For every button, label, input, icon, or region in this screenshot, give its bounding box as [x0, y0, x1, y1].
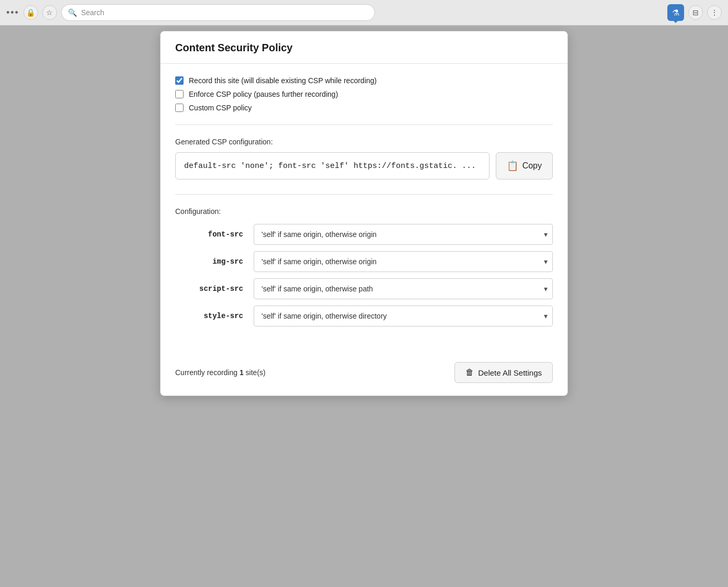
enforce-csp-checkbox-item[interactable]: Enforce CSP policy (pauses further recor… — [175, 90, 553, 98]
copy-button[interactable]: 📋 Copy — [496, 152, 553, 179]
style-src-select[interactable]: 'self' if same origin, otherwise directo… — [254, 306, 553, 326]
more-options-icon[interactable]: ⋮ — [707, 5, 722, 20]
record-site-label: Record this site (will disable existing … — [189, 76, 377, 85]
config-key-font-src: font-src — [175, 230, 243, 239]
enforce-csp-label: Enforce CSP policy (pauses further recor… — [189, 90, 338, 98]
enforce-csp-checkbox[interactable] — [175, 90, 184, 98]
img-src-select[interactable]: 'self' if same origin, otherwise origin … — [254, 251, 553, 272]
footer-status-count: 1 — [240, 368, 244, 377]
split-view-icon[interactable]: ⊟ — [688, 5, 703, 20]
footer-status-suffix: site(s) — [244, 368, 266, 377]
config-row-img-src: img-src 'self' if same origin, otherwise… — [175, 251, 553, 272]
custom-csp-checkbox-item[interactable]: Custom CSP policy — [175, 104, 553, 112]
divider-1 — [175, 125, 553, 125]
img-src-select-wrapper: 'self' if same origin, otherwise origin … — [254, 251, 553, 272]
bookmark-icon[interactable]: ☆ — [42, 5, 57, 20]
dots-label: ••• — [6, 7, 19, 18]
delete-button-label: Delete All Settings — [478, 368, 542, 377]
browser-chrome: ••• 🔒 ☆ 🔍 Search ⚗ ⊟ ⋮ — [0, 0, 728, 26]
record-site-checkbox[interactable] — [175, 76, 184, 85]
config-row-script-src: script-src 'self' if same origin, otherw… — [175, 278, 553, 299]
footer-status-prefix: Currently recording — [175, 368, 240, 377]
config-key-style-src: style-src — [175, 312, 243, 320]
config-key-img-src: img-src — [175, 257, 243, 266]
popup-title: Content Security Policy — [175, 42, 553, 54]
lock-icon[interactable]: 🔒 — [24, 5, 38, 20]
popup-header: Content Security Policy — [161, 31, 567, 64]
custom-csp-label: Custom CSP policy — [189, 104, 252, 112]
popup-footer: Currently recording 1 site(s) 🗑 Delete A… — [161, 354, 567, 396]
config-row-style-src: style-src 'self' if same origin, otherwi… — [175, 306, 553, 326]
generated-csp-label: Generated CSP configuration: — [175, 138, 553, 146]
csp-popup: Content Security Policy Record this site… — [160, 31, 568, 396]
browser-actions: ⚗ ⊟ ⋮ — [667, 4, 722, 21]
flask-extension-icon[interactable]: ⚗ — [667, 4, 684, 21]
script-src-select-wrapper: 'self' if same origin, otherwise path 's… — [254, 278, 553, 299]
delete-all-settings-button[interactable]: 🗑 Delete All Settings — [454, 362, 553, 383]
popup-body: Record this site (will disable existing … — [161, 64, 567, 354]
trash-icon: 🗑 — [465, 368, 474, 377]
divider-2 — [175, 194, 553, 195]
style-src-select-wrapper: 'self' if same origin, otherwise directo… — [254, 306, 553, 326]
csp-output-row: default-src 'none'; font-src 'self' http… — [175, 152, 553, 179]
csp-output-field: default-src 'none'; font-src 'self' http… — [175, 152, 490, 179]
font-src-select-wrapper: 'self' if same origin, otherwise origin … — [254, 224, 553, 245]
address-bar[interactable]: 🔍 Search — [61, 4, 375, 21]
config-table: font-src 'self' if same origin, otherwis… — [175, 224, 553, 326]
font-src-select[interactable]: 'self' if same origin, otherwise origin … — [254, 224, 553, 245]
browser-menu-dots[interactable]: ••• — [6, 7, 19, 18]
footer-status: Currently recording 1 site(s) — [175, 368, 266, 377]
copy-icon: 📋 — [507, 160, 518, 172]
config-section-label: Configuration: — [175, 207, 553, 216]
config-key-script-src: script-src — [175, 285, 243, 293]
custom-csp-checkbox[interactable] — [175, 104, 184, 112]
config-section: Configuration: font-src 'self' if same o… — [175, 207, 553, 326]
address-bar-placeholder: Search — [81, 8, 104, 17]
search-icon: 🔍 — [68, 8, 77, 17]
browser-toolbar: ••• 🔒 ☆ 🔍 Search ⚗ ⊟ ⋮ — [0, 0, 728, 25]
record-site-checkbox-item[interactable]: Record this site (will disable existing … — [175, 76, 553, 85]
copy-button-label: Copy — [522, 161, 542, 171]
config-row-font-src: font-src 'self' if same origin, otherwis… — [175, 224, 553, 245]
script-src-select[interactable]: 'self' if same origin, otherwise path 's… — [254, 278, 553, 299]
checkbox-group: Record this site (will disable existing … — [175, 76, 553, 112]
